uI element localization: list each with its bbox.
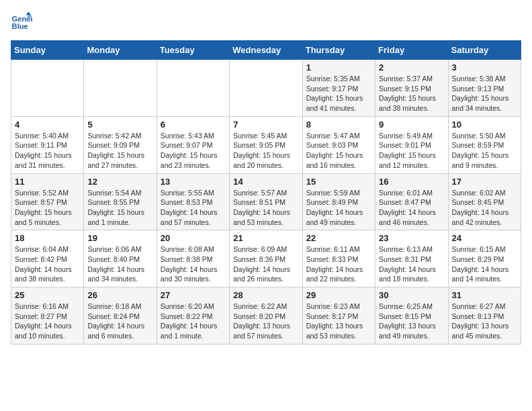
week-row-4: 18Sunrise: 6:04 AM Sunset: 8:42 PM Dayli… xyxy=(11,230,521,287)
day-info: Sunrise: 5:52 AM Sunset: 8:57 PM Dayligh… xyxy=(15,188,80,228)
svg-text:Blue: Blue xyxy=(12,22,28,30)
calendar-cell: 2Sunrise: 5:37 AM Sunset: 9:15 PM Daylig… xyxy=(375,60,448,117)
col-header-tuesday: Tuesday xyxy=(157,41,229,60)
day-info: Sunrise: 6:18 AM Sunset: 8:24 PM Dayligh… xyxy=(87,302,152,341)
day-number: 20 xyxy=(161,233,226,243)
day-number: 1 xyxy=(306,62,371,73)
calendar-cell: 19Sunrise: 6:06 AM Sunset: 8:40 PM Dayli… xyxy=(84,230,157,287)
calendar-cell: 8Sunrise: 5:47 AM Sunset: 9:03 PM Daylig… xyxy=(302,116,375,173)
day-number: 6 xyxy=(161,120,226,130)
day-number: 8 xyxy=(306,120,371,130)
day-number: 28 xyxy=(233,290,298,300)
day-info: Sunrise: 5:50 AM Sunset: 8:59 PM Dayligh… xyxy=(452,131,517,171)
day-info: Sunrise: 6:25 AM Sunset: 8:15 PM Dayligh… xyxy=(379,302,444,341)
day-info: Sunrise: 6:04 AM Sunset: 8:42 PM Dayligh… xyxy=(15,244,80,284)
day-info: Sunrise: 6:13 AM Sunset: 8:31 PM Dayligh… xyxy=(379,244,444,284)
calendar-cell: 1Sunrise: 5:35 AM Sunset: 9:17 PM Daylig… xyxy=(302,60,375,117)
logo: General Blue xyxy=(11,11,35,32)
day-number: 30 xyxy=(379,290,444,300)
day-number: 13 xyxy=(161,177,226,187)
day-number: 12 xyxy=(87,177,152,187)
day-info: Sunrise: 6:22 AM Sunset: 8:20 PM Dayligh… xyxy=(233,302,298,341)
day-info: Sunrise: 5:45 AM Sunset: 9:05 PM Dayligh… xyxy=(233,131,298,171)
calendar-cell: 16Sunrise: 6:01 AM Sunset: 8:47 PM Dayli… xyxy=(375,173,448,230)
calendar-cell: 14Sunrise: 5:57 AM Sunset: 8:51 PM Dayli… xyxy=(230,173,302,230)
day-number: 15 xyxy=(306,177,371,187)
calendar-cell: 27Sunrise: 6:20 AM Sunset: 8:22 PM Dayli… xyxy=(157,287,229,345)
day-info: Sunrise: 5:54 AM Sunset: 8:55 PM Dayligh… xyxy=(87,188,152,228)
calendar-cell xyxy=(11,60,84,117)
calendar-cell: 18Sunrise: 6:04 AM Sunset: 8:42 PM Dayli… xyxy=(11,230,84,287)
week-row-2: 4Sunrise: 5:40 AM Sunset: 9:11 PM Daylig… xyxy=(11,116,521,173)
day-info: Sunrise: 6:06 AM Sunset: 8:40 PM Dayligh… xyxy=(87,244,152,284)
day-info: Sunrise: 5:59 AM Sunset: 8:49 PM Dayligh… xyxy=(306,188,371,228)
calendar-cell: 11Sunrise: 5:52 AM Sunset: 8:57 PM Dayli… xyxy=(11,173,84,230)
day-number: 5 xyxy=(87,120,152,130)
calendar-cell: 22Sunrise: 6:11 AM Sunset: 8:33 PM Dayli… xyxy=(302,230,375,287)
day-info: Sunrise: 6:23 AM Sunset: 8:17 PM Dayligh… xyxy=(306,302,371,341)
week-row-5: 25Sunrise: 6:16 AM Sunset: 8:27 PM Dayli… xyxy=(11,287,521,345)
calendar-cell: 24Sunrise: 6:15 AM Sunset: 8:29 PM Dayli… xyxy=(448,230,521,287)
day-number: 3 xyxy=(452,62,517,73)
week-row-1: 1Sunrise: 5:35 AM Sunset: 9:17 PM Daylig… xyxy=(11,60,521,117)
calendar-cell: 7Sunrise: 5:45 AM Sunset: 9:05 PM Daylig… xyxy=(230,116,302,173)
day-number: 18 xyxy=(15,233,80,243)
calendar-cell: 9Sunrise: 5:49 AM Sunset: 9:01 PM Daylig… xyxy=(375,116,448,173)
calendar-cell xyxy=(84,60,157,117)
day-info: Sunrise: 6:01 AM Sunset: 8:47 PM Dayligh… xyxy=(379,188,444,228)
calendar-cell: 23Sunrise: 6:13 AM Sunset: 8:31 PM Dayli… xyxy=(375,230,448,287)
col-header-monday: Monday xyxy=(84,41,157,60)
day-info: Sunrise: 6:20 AM Sunset: 8:22 PM Dayligh… xyxy=(161,302,226,341)
calendar-cell: 3Sunrise: 5:38 AM Sunset: 9:13 PM Daylig… xyxy=(448,60,521,117)
day-number: 25 xyxy=(15,290,80,300)
calendar-cell: 20Sunrise: 6:08 AM Sunset: 8:38 PM Dayli… xyxy=(157,230,229,287)
day-info: Sunrise: 5:49 AM Sunset: 9:01 PM Dayligh… xyxy=(379,131,444,171)
day-number: 9 xyxy=(379,120,444,130)
calendar-cell xyxy=(157,60,229,117)
calendar-cell: 31Sunrise: 6:27 AM Sunset: 8:13 PM Dayli… xyxy=(448,287,521,345)
day-info: Sunrise: 5:43 AM Sunset: 9:07 PM Dayligh… xyxy=(161,131,226,171)
day-number: 22 xyxy=(306,233,371,243)
logo-icon: General Blue xyxy=(11,11,32,32)
col-header-saturday: Saturday xyxy=(448,41,521,60)
day-info: Sunrise: 6:09 AM Sunset: 8:36 PM Dayligh… xyxy=(233,244,298,284)
day-info: Sunrise: 6:27 AM Sunset: 8:13 PM Dayligh… xyxy=(452,302,517,341)
day-number: 2 xyxy=(379,62,444,73)
calendar-cell: 25Sunrise: 6:16 AM Sunset: 8:27 PM Dayli… xyxy=(11,287,84,345)
day-number: 29 xyxy=(306,290,371,300)
col-header-sunday: Sunday xyxy=(11,41,84,60)
day-info: Sunrise: 5:55 AM Sunset: 8:53 PM Dayligh… xyxy=(161,188,226,228)
day-number: 17 xyxy=(452,177,517,187)
day-info: Sunrise: 5:47 AM Sunset: 9:03 PM Dayligh… xyxy=(306,131,371,171)
day-number: 31 xyxy=(452,290,517,300)
calendar-cell: 21Sunrise: 6:09 AM Sunset: 8:36 PM Dayli… xyxy=(230,230,302,287)
day-info: Sunrise: 6:08 AM Sunset: 8:38 PM Dayligh… xyxy=(161,244,226,284)
day-number: 23 xyxy=(379,233,444,243)
calendar-cell: 13Sunrise: 5:55 AM Sunset: 8:53 PM Dayli… xyxy=(157,173,229,230)
day-number: 14 xyxy=(233,177,298,187)
calendar-cell: 30Sunrise: 6:25 AM Sunset: 8:15 PM Dayli… xyxy=(375,287,448,345)
calendar-cell xyxy=(230,60,302,117)
day-number: 27 xyxy=(161,290,226,300)
calendar-cell: 26Sunrise: 6:18 AM Sunset: 8:24 PM Dayli… xyxy=(84,287,157,345)
calendar-cell: 28Sunrise: 6:22 AM Sunset: 8:20 PM Dayli… xyxy=(230,287,302,345)
week-row-3: 11Sunrise: 5:52 AM Sunset: 8:57 PM Dayli… xyxy=(11,173,521,230)
calendar-cell: 17Sunrise: 6:02 AM Sunset: 8:45 PM Dayli… xyxy=(448,173,521,230)
day-info: Sunrise: 5:57 AM Sunset: 8:51 PM Dayligh… xyxy=(233,188,298,228)
day-number: 21 xyxy=(233,233,298,243)
day-info: Sunrise: 6:11 AM Sunset: 8:33 PM Dayligh… xyxy=(306,244,371,284)
day-number: 16 xyxy=(379,177,444,187)
col-header-friday: Friday xyxy=(375,41,448,60)
day-number: 24 xyxy=(452,233,517,243)
calendar-table: SundayMondayTuesdayWednesdayThursdayFrid… xyxy=(11,40,521,345)
col-header-thursday: Thursday xyxy=(302,41,375,60)
calendar-cell: 10Sunrise: 5:50 AM Sunset: 8:59 PM Dayli… xyxy=(448,116,521,173)
day-number: 7 xyxy=(233,120,298,130)
calendar-cell: 29Sunrise: 6:23 AM Sunset: 8:17 PM Dayli… xyxy=(302,287,375,345)
page-header: General Blue xyxy=(11,11,521,32)
header-row: SundayMondayTuesdayWednesdayThursdayFrid… xyxy=(11,41,521,60)
calendar-cell: 12Sunrise: 5:54 AM Sunset: 8:55 PM Dayli… xyxy=(84,173,157,230)
day-number: 11 xyxy=(15,177,80,187)
day-info: Sunrise: 5:37 AM Sunset: 9:15 PM Dayligh… xyxy=(379,74,444,113)
calendar-cell: 6Sunrise: 5:43 AM Sunset: 9:07 PM Daylig… xyxy=(157,116,229,173)
